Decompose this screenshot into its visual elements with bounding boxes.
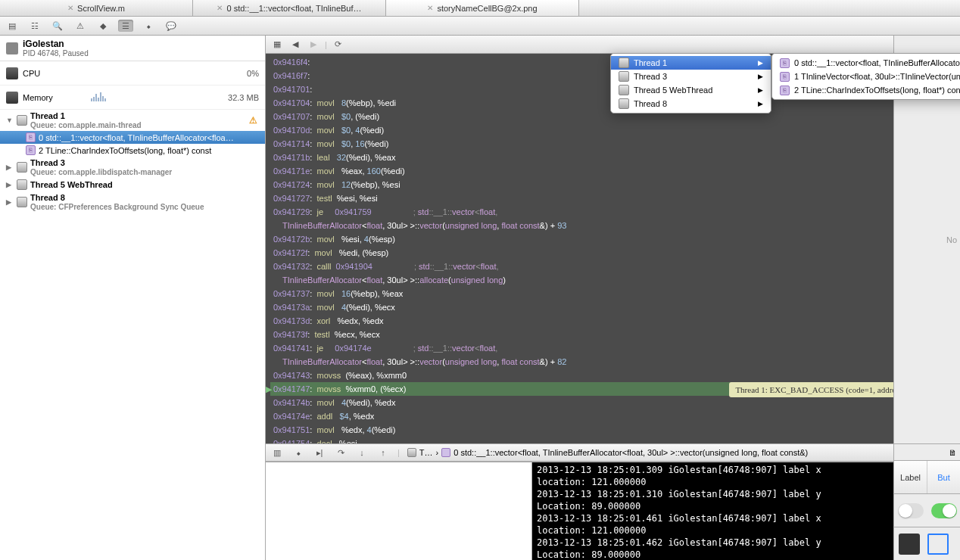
inspector-segments: Label But <box>894 460 960 493</box>
thread-picker-icon[interactable]: ⟳ <box>332 39 345 50</box>
cpu-row[interactable]: CPU 0% <box>0 61 265 86</box>
submenu-frame-0[interactable]: ⎘0 std::__1::vector<float, TInlineBuffer… <box>772 56 960 70</box>
thread-8[interactable]: ▶Thread 8Queue: CFPreferences Background… <box>0 191 265 213</box>
app-status: PID 46748, Paused <box>23 49 259 58</box>
continue-icon[interactable]: ▸| <box>313 447 326 458</box>
back-icon[interactable]: ◀ <box>288 39 302 50</box>
submenu-frame-2[interactable]: ⎘2 TLine::CharIndexToOffsets(long, float… <box>772 83 960 97</box>
disclosure-icon[interactable]: ▶ <box>6 181 14 188</box>
frame-submenu: ⎘0 std::__1::vector<float, TInlineBuffer… <box>771 53 960 100</box>
thread-icon <box>619 85 629 95</box>
stack-frame-2[interactable]: ⎘2 TLine::CharIndexToOffsets(long, float… <box>0 144 265 157</box>
memory-sparkline <box>91 92 151 103</box>
breakpoint-nav-icon[interactable]: ⬥ <box>141 20 156 32</box>
related-items-icon[interactable]: ▦ <box>270 39 284 50</box>
frame-icon: ⎘ <box>780 58 790 68</box>
breakpoints-icon[interactable]: ⬥ <box>291 447 305 458</box>
navigator-toolbar: ▤ ☷ 🔍 ⚠ ◆ ☰ ⬥ 💬 <box>0 17 960 36</box>
debug-crumb[interactable]: T… › 0 std::__1::vector<float, TInlineBu… <box>407 448 808 457</box>
frame-icon: ⎘ <box>780 72 790 82</box>
inspector-switches <box>894 493 960 527</box>
symbol-nav-icon[interactable]: ☷ <box>27 20 42 32</box>
submenu-arrow-icon: ▶ <box>758 86 763 94</box>
frame-icon: ⎘ <box>780 86 790 95</box>
submenu-frame-1[interactable]: ⎘1 TInlineVector<float, 30ul>::TInlineVe… <box>772 70 960 83</box>
thread-icon <box>17 197 27 207</box>
memory-icon <box>6 92 18 104</box>
thread-list: ▼Thread 1Queue: com.apple.main-thread⚠ ⎘… <box>0 110 265 560</box>
thread-icon <box>407 448 416 457</box>
switch-off[interactable] <box>898 503 924 518</box>
disclosure-icon[interactable]: ▶ <box>6 198 14 206</box>
tab-2[interactable]: ✕storyNameCellBG@2x.png <box>386 0 579 16</box>
thread-menu: Thread 1▶ Thread 3▶ Thread 5 WebThread▶ … <box>610 53 771 114</box>
thread-icon <box>17 162 27 173</box>
document-icon[interactable]: 🗎 <box>949 448 957 457</box>
selection-box-icon[interactable] <box>927 534 949 555</box>
forward-icon[interactable]: ▶ <box>307 39 320 50</box>
thread-icon <box>17 179 27 190</box>
variables-view[interactable] <box>266 462 532 560</box>
inspector-panel: No 🗎 Label But <box>893 36 960 560</box>
tab-1[interactable]: ✕0 std::__1::vector<float, TInlineBuf… <box>193 0 386 16</box>
frame-icon: ⎘ <box>26 145 36 155</box>
close-icon[interactable]: ✕ <box>67 4 73 12</box>
thread-icon <box>619 71 629 82</box>
thread-icon <box>17 115 27 126</box>
debug-navigator: iGolestan PID 46748, Paused CPU 0% Memor… <box>0 36 266 560</box>
app-name: iGolestan <box>23 39 259 49</box>
inspector-media <box>894 527 960 560</box>
thread-3[interactable]: ▶Thread 3Queue: com.apple.libdispatch-ma… <box>0 157 265 178</box>
debug-toolbar: ▥ ⬥ ▸| ↷ ↓ ↑ | T… › 0 std::__1::vector<f… <box>266 443 960 462</box>
test-nav-icon[interactable]: ◆ <box>95 20 111 32</box>
menu-thread-8[interactable]: Thread 8▶ <box>611 97 771 110</box>
hide-debug-icon[interactable]: ▥ <box>270 447 284 458</box>
close-icon[interactable]: ✕ <box>217 4 223 12</box>
segment-label[interactable]: Label <box>894 461 927 493</box>
segment-button[interactable]: But <box>927 461 960 493</box>
cpu-icon <box>6 67 18 79</box>
tab-bar: ✕ScrollView.m ✕0 std::__1::vector<float,… <box>0 0 960 17</box>
disclosure-icon[interactable]: ▼ <box>6 117 14 124</box>
submenu-arrow-icon: ▶ <box>758 100 763 107</box>
step-out-icon[interactable]: ↑ <box>376 447 390 458</box>
process-header[interactable]: iGolestan PID 46748, Paused <box>0 36 265 61</box>
thread-1[interactable]: ▼Thread 1Queue: com.apple.main-thread⚠ <box>0 110 265 131</box>
file-nav-icon[interactable]: ▤ <box>5 20 20 32</box>
warning-icon: ⚠ <box>249 115 257 126</box>
memory-row[interactable]: Memory 32.3 MB <box>0 86 265 110</box>
disclosure-icon[interactable]: ▶ <box>6 163 14 171</box>
submenu-arrow-icon: ▶ <box>758 59 763 67</box>
thread-5[interactable]: ▶Thread 5 WebThread <box>0 178 265 191</box>
issue-nav-icon[interactable]: ⚠ <box>73 20 88 32</box>
inspector-toolbar: 🗎 <box>894 443 960 460</box>
app-icon <box>6 42 18 54</box>
image-thumb[interactable] <box>899 534 920 555</box>
frame-icon: ⎘ <box>26 132 36 142</box>
search-icon[interactable]: 🔍 <box>50 20 65 32</box>
step-into-icon[interactable]: ↓ <box>355 447 369 458</box>
switch-on[interactable] <box>931 503 957 518</box>
log-nav-icon[interactable]: 💬 <box>164 20 179 32</box>
close-icon[interactable]: ✕ <box>427 4 433 12</box>
editor-area: ▦ ◀ ▶ | ⟳ 0x9416f4:0x9416f7:0x941701:0x9… <box>266 36 960 560</box>
frame-icon <box>441 448 450 457</box>
menu-thread-5[interactable]: Thread 5 WebThread▶ <box>611 83 771 97</box>
thread-icon <box>619 98 629 109</box>
tab-0[interactable]: ✕ScrollView.m <box>0 0 193 16</box>
submenu-arrow-icon: ▶ <box>758 73 763 80</box>
thread-icon <box>619 58 629 68</box>
debug-nav-icon[interactable]: ☰ <box>118 20 133 32</box>
step-over-icon[interactable]: ↷ <box>334 447 348 458</box>
menu-thread-1[interactable]: Thread 1▶ <box>611 56 771 70</box>
stack-frame-0[interactable]: ⎘0 std::__1::vector<float, TInlineBuffer… <box>0 131 265 144</box>
jump-bar: ▦ ◀ ▶ | ⟳ <box>266 36 960 54</box>
menu-thread-3[interactable]: Thread 3▶ <box>611 70 771 83</box>
